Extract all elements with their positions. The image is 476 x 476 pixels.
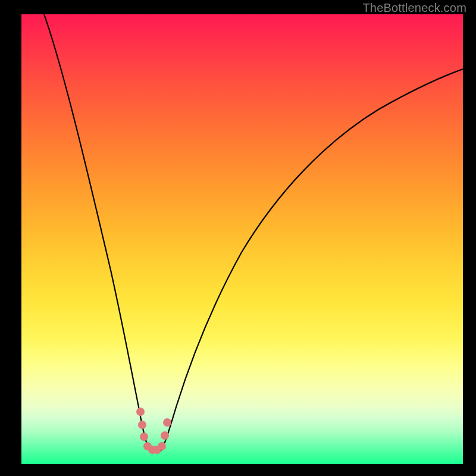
marker-dot — [163, 418, 171, 427]
marker-dot — [143, 442, 152, 450]
marker-dot — [138, 421, 146, 429]
marker-dot — [153, 446, 161, 454]
plot-area — [21, 14, 463, 464]
curve-layer — [21, 14, 463, 464]
marker-dot — [140, 433, 148, 441]
marker-dot — [148, 446, 156, 454]
marker-dot — [136, 408, 145, 416]
marker-dot — [161, 431, 169, 440]
bottleneck-curve — [44, 14, 463, 451]
chart-frame: TheBottleneck.com — [0, 0, 476, 476]
marker-cluster — [136, 408, 171, 454]
marker-dot — [158, 442, 166, 450]
watermark-text: TheBottleneck.com — [362, 1, 466, 15]
